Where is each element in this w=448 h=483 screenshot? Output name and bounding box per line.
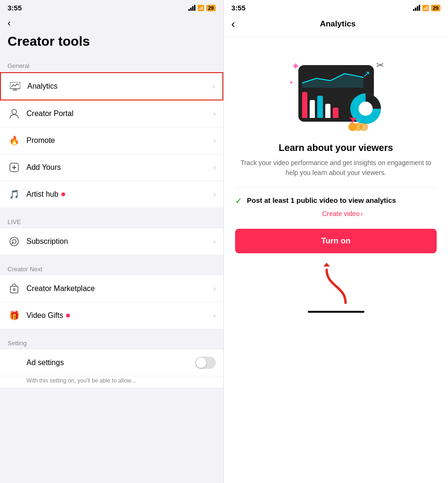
- left-content: ‹ Creator tools General Analytics ›: [0, 14, 223, 483]
- section-label-creator-next: Creator Next: [0, 260, 223, 275]
- bar-4: [325, 104, 330, 118]
- check-icon: ✓: [235, 196, 242, 206]
- divider-live: [0, 208, 223, 213]
- creator-portal-label: Creator Portal: [26, 109, 213, 118]
- signal-icon: [188, 5, 195, 11]
- svg-point-13: [358, 102, 372, 116]
- artist-hub-icon: 🎵: [8, 188, 21, 201]
- left-time: 3:55: [8, 4, 22, 12]
- subscription-chevron: ›: [213, 237, 216, 246]
- right-panel: 3:55 📶 29 ‹ Analytics ✦ ✦: [224, 0, 448, 483]
- analytics-chevron: ›: [212, 82, 215, 91]
- line-chart-svg: [302, 69, 368, 88]
- requirement-row: ✓ Post at least 1 public video to view a…: [235, 195, 437, 206]
- right-header-title: Analytics: [235, 19, 440, 29]
- subscription-icon: [8, 235, 21, 248]
- bar-1: [302, 92, 307, 118]
- left-panel: 3:55 📶 29 ‹ Creator tools General: [0, 0, 224, 483]
- coin-3: [360, 123, 368, 131]
- right-time: 3:55: [231, 4, 245, 12]
- ad-settings-label: Ad settings: [26, 358, 195, 367]
- requirement-text: Post at least 1 public video to view ana…: [247, 195, 396, 205]
- section-label-general: General: [0, 57, 223, 72]
- svg-marker-11: [302, 74, 363, 88]
- right-status-bar: 3:55 📶 29: [224, 0, 448, 14]
- arrow-up-icon: ↗: [363, 69, 370, 79]
- menu-item-ad-settings[interactable]: Ad settings: [0, 350, 223, 376]
- video-gifts-icon: 🎁: [8, 309, 21, 322]
- right-battery-badge: 29: [431, 5, 440, 11]
- bar-2: [310, 100, 315, 118]
- promote-chevron: ›: [213, 136, 216, 145]
- right-signal-icon: [413, 5, 420, 11]
- analytics-label: Analytics: [27, 82, 212, 91]
- right-back-button[interactable]: ‹: [231, 17, 235, 31]
- menu-item-creator-marketplace[interactable]: Creator Marketplace ›: [0, 275, 223, 302]
- creator-marketplace-chevron: ›: [213, 284, 216, 293]
- svg-rect-9: [10, 286, 18, 293]
- scissors-icon: ✂: [376, 59, 384, 71]
- create-video-chevron: ›: [361, 210, 363, 217]
- right-header: ‹ Analytics: [224, 14, 448, 37]
- add-yours-icon: [8, 161, 21, 174]
- ad-settings-toggle[interactable]: [195, 357, 216, 369]
- menu-item-subscription[interactable]: Subscription ›: [0, 228, 223, 255]
- analytics-illustration: ✦ ✦ ↗: [289, 56, 383, 131]
- creator-portal-chevron: ›: [213, 109, 216, 118]
- right-status-icons: 📶 29: [413, 5, 440, 11]
- left-back-button[interactable]: ‹: [0, 14, 18, 32]
- bar-3: [317, 96, 322, 118]
- left-status-icons: 📶 29: [188, 5, 216, 11]
- red-arrow-svg: [320, 263, 353, 305]
- artist-hub-chevron: ›: [213, 190, 216, 199]
- creator-marketplace-icon: [8, 282, 21, 295]
- bar-5: [333, 108, 338, 118]
- divider-creator-next: [0, 255, 223, 260]
- svg-point-3: [12, 109, 17, 114]
- svg-point-10: [13, 289, 15, 291]
- menu-item-analytics[interactable]: Analytics ›: [0, 72, 223, 100]
- analytics-section-title: Learn about your viewers: [279, 142, 393, 153]
- left-status-bar: 3:55 📶 29: [0, 0, 223, 14]
- svg-marker-15: [323, 263, 330, 266]
- promote-label: Promote: [26, 136, 213, 145]
- menu-item-video-gifts[interactable]: 🎁 Video Gifts ›: [0, 302, 223, 329]
- promote-icon: 🔥: [8, 134, 21, 147]
- divider-setting: [0, 329, 223, 334]
- menu-item-promote[interactable]: 🔥 Promote ›: [0, 127, 223, 154]
- artist-hub-new-dot: [61, 192, 65, 196]
- analytics-icon: [8, 80, 22, 93]
- subscription-label: Subscription: [26, 237, 213, 246]
- create-video-link[interactable]: Create video ›: [322, 210, 363, 217]
- section-label-setting: Setting: [0, 334, 223, 350]
- sparkle-2: ✦: [289, 79, 294, 86]
- creator-portal-icon: [8, 107, 21, 120]
- turn-on-button[interactable]: Turn on: [235, 229, 437, 253]
- battery-badge: 29: [206, 5, 216, 11]
- add-yours-label: Add Yours: [26, 163, 213, 172]
- page-title: Creator tools: [0, 32, 223, 57]
- artist-hub-label: Artist hub: [26, 190, 213, 199]
- creator-marketplace-label: Creator Marketplace: [26, 284, 213, 293]
- menu-item-artist-hub[interactable]: 🎵 Artist hub ›: [0, 181, 223, 208]
- analytics-section-desc: Track your video performance and get ins…: [235, 158, 437, 178]
- right-content: ✦ ✦ ↗: [224, 37, 448, 483]
- ad-settings-description: With this setting on, you'll be able to …: [0, 376, 223, 388]
- menu-item-creator-portal[interactable]: Creator Portal ›: [0, 100, 223, 127]
- section-label-live: LIVE: [0, 213, 223, 228]
- content-divider: [235, 187, 437, 188]
- red-arrow-container: [320, 263, 353, 305]
- svg-point-8: [12, 242, 14, 244]
- wifi-icon: 📶: [197, 5, 204, 11]
- video-gifts-label: Video Gifts: [26, 311, 213, 320]
- create-video-label: Create video: [322, 210, 359, 217]
- video-gifts-new-dot: [66, 314, 70, 317]
- ad-settings-icon: [8, 356, 21, 369]
- add-yours-chevron: ›: [213, 163, 216, 172]
- home-indicator: [308, 311, 364, 313]
- menu-item-add-yours[interactable]: Add Yours ›: [0, 154, 223, 181]
- right-wifi-icon: 📶: [422, 5, 429, 11]
- svg-point-7: [10, 237, 18, 246]
- video-gifts-chevron: ›: [213, 311, 216, 320]
